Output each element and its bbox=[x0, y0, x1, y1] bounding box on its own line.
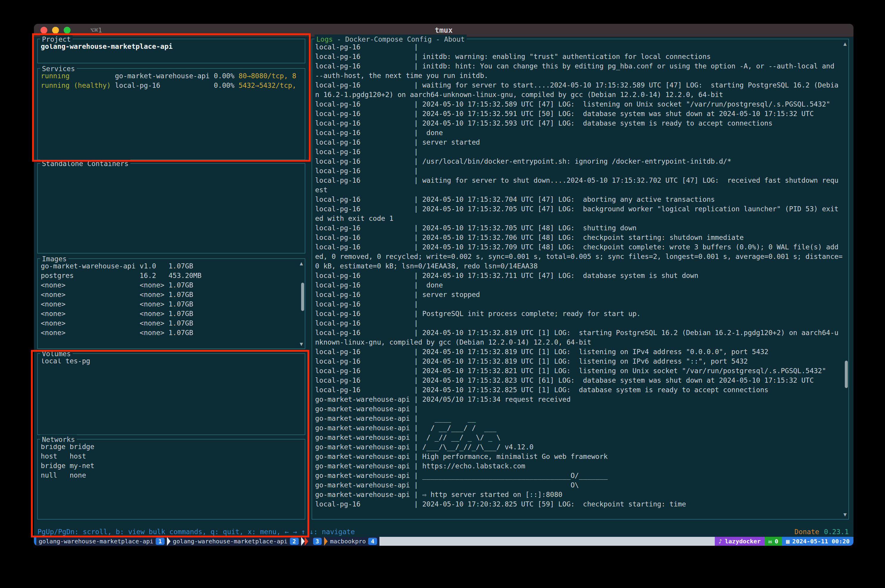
minimize-button[interactable] bbox=[52, 27, 59, 34]
service-cpu: 0.00% bbox=[214, 81, 238, 90]
fullscreen-button[interactable] bbox=[64, 27, 70, 34]
volume-row[interactable]: localtes-pg bbox=[41, 356, 305, 366]
tmux-window-4[interactable]: macbookpro 4 bbox=[328, 537, 380, 546]
image-row[interactable]: <none><none>1.07GB bbox=[41, 328, 305, 338]
image-name: <none> bbox=[41, 299, 140, 309]
tmux-window-index-badge: 1 bbox=[156, 538, 164, 545]
tmux-window-name: macbookpro bbox=[330, 538, 366, 545]
sidebar: Project golang-warehouse-marketplace-api… bbox=[37, 39, 305, 527]
powerline-separator-icon bbox=[324, 537, 328, 546]
network-row[interactable]: nullnone bbox=[41, 471, 305, 480]
project-panel[interactable]: Project golang-warehouse-marketplace-api bbox=[37, 39, 305, 63]
music-note-icon: ♪ bbox=[718, 538, 722, 545]
image-tag: <none> bbox=[140, 328, 168, 338]
image-row[interactable]: postgres16.2453.20MB bbox=[41, 271, 305, 280]
terminal-window: ⌥⌘1 tmux Project golang-warehouse-market… bbox=[34, 24, 854, 546]
image-name: <none> bbox=[41, 328, 140, 338]
image-size: 1.07GB bbox=[168, 329, 193, 336]
network-name: none bbox=[70, 471, 86, 479]
image-row[interactable]: <none><none>1.07GB bbox=[41, 280, 305, 290]
tmux-datetime-chip: ▦ 2024-05-11 00:20 bbox=[782, 537, 854, 546]
lazydocker-statusline: PgUp/PgDn: scroll, b: view bulk commands… bbox=[34, 527, 854, 537]
image-size: 1.07GB bbox=[168, 300, 193, 308]
close-button[interactable] bbox=[40, 27, 47, 34]
version-label: 0.23.1 bbox=[824, 528, 849, 536]
window-title: tmux bbox=[34, 26, 854, 34]
tmux-window-name: golang-warehouse-marketplace-api bbox=[173, 538, 288, 545]
traffic-lights bbox=[40, 27, 70, 34]
scroll-down-icon[interactable]: ▼ bbox=[843, 512, 847, 517]
tmux-datetime-label: 2024-05-11 00:20 bbox=[792, 538, 850, 545]
image-tag: <none> bbox=[140, 280, 168, 290]
service-ports: 5432→5432/tcp, bbox=[238, 81, 296, 89]
images-panel[interactable]: Images ▲ ▼ go-market-warehouse-apiv1.01.… bbox=[37, 258, 305, 349]
network-driver: host bbox=[41, 452, 70, 461]
image-tag: <none> bbox=[140, 318, 168, 328]
image-tag: v1.0 bbox=[140, 261, 168, 271]
tmux-mail-count-chip: ✉ 0 bbox=[765, 537, 782, 546]
image-row[interactable]: <none><none>1.07GB bbox=[41, 318, 305, 328]
volumes-panel[interactable]: Volumes localtes-pg bbox=[37, 353, 305, 435]
log-output[interactable]: local-pg-16 | local-pg-16 | initdb: warn… bbox=[315, 42, 843, 518]
tmux-window-2[interactable]: golang-warehouse-marketplace-api 2 bbox=[171, 537, 301, 546]
service-ports: 80→8080/tcp, 8 bbox=[238, 72, 296, 80]
powerline-separator-icon bbox=[301, 537, 305, 546]
image-row[interactable]: <none><none>1.07GB bbox=[41, 290, 305, 299]
image-size: 1.07GB bbox=[168, 281, 193, 289]
networks-panel-title: Networks bbox=[40, 435, 77, 444]
powerline-separator-icon bbox=[167, 537, 171, 546]
image-size: 1.07GB bbox=[168, 310, 193, 318]
powerline-separator-icon bbox=[305, 537, 308, 546]
scroll-down-icon[interactable]: ▼ bbox=[300, 341, 303, 346]
image-tag: 16.2 bbox=[140, 271, 168, 280]
image-row[interactable]: go-market-warehouse-apiv1.01.07GB bbox=[41, 261, 305, 271]
tmux-window-name: golang-warehouse-marketplace-api bbox=[39, 538, 153, 545]
tmux-window-index-badge: 4 bbox=[368, 538, 377, 545]
image-tag: <none> bbox=[140, 290, 168, 299]
scroll-up-icon[interactable]: ▲ bbox=[843, 41, 847, 46]
images-scrollbar-thumb[interactable] bbox=[301, 283, 304, 311]
tmux-window-index-badge: 3 bbox=[313, 538, 322, 545]
service-name: local-pg-16 bbox=[115, 81, 214, 90]
image-tag: <none> bbox=[140, 309, 168, 318]
services-panel[interactable]: Services runninggo-market-warehouse-api0… bbox=[37, 68, 305, 160]
image-name: <none> bbox=[41, 280, 140, 290]
network-row[interactable]: bridgemy-net bbox=[41, 461, 305, 471]
logs-scrollbar-thumb[interactable] bbox=[845, 361, 848, 388]
image-size: 453.20MB bbox=[168, 272, 201, 279]
keybindings-help: PgUp/PgDn: scroll, b: view bulk commands… bbox=[38, 528, 355, 536]
scroll-up-icon[interactable]: ▲ bbox=[300, 261, 303, 266]
tmux-left-cap bbox=[34, 537, 36, 546]
project-name[interactable]: golang-warehouse-marketplace-api bbox=[41, 42, 305, 51]
image-name: <none> bbox=[41, 318, 140, 328]
tmux-bar-filler bbox=[380, 537, 715, 546]
network-driver: null bbox=[41, 471, 70, 480]
service-cpu: 0.00% bbox=[214, 71, 238, 81]
tmux-mail-count: 0 bbox=[775, 538, 778, 545]
image-row[interactable]: <none><none>1.07GB bbox=[41, 309, 305, 318]
service-status: running (healthy) bbox=[41, 81, 115, 90]
network-row[interactable]: hosthost bbox=[41, 452, 305, 461]
calendar-icon: ▦ bbox=[786, 538, 789, 545]
tmux-window-1[interactable]: golang-warehouse-marketplace-api 1 bbox=[36, 537, 167, 546]
logs-panel[interactable]: Logs - Docker-Compose Config - About ▲ l… bbox=[312, 39, 849, 519]
image-name: postgres bbox=[41, 271, 140, 280]
tmux-window-3[interactable]: 3 bbox=[308, 537, 324, 546]
image-name: <none> bbox=[41, 309, 140, 318]
tmux-session-chip: ♪ lazydocker bbox=[715, 537, 765, 546]
volumes-panel-title: Volumes bbox=[40, 349, 73, 358]
image-size: 1.07GB bbox=[168, 319, 193, 327]
tmux-window-shortcut-label: ⌥⌘1 bbox=[90, 27, 102, 34]
service-row[interactable]: runninggo-market-warehouse-api0.00%80→80… bbox=[41, 71, 305, 81]
network-row[interactable]: bridgebridge bbox=[41, 442, 305, 452]
tmux-window-index-badge: 2 bbox=[290, 538, 298, 545]
standalone-containers-panel[interactable]: Standalone Containers bbox=[37, 163, 305, 254]
service-row[interactable]: running (healthy)local-pg-160.00%5432→54… bbox=[41, 81, 305, 90]
image-row[interactable]: <none><none>1.07GB bbox=[41, 299, 305, 309]
image-tag: <none> bbox=[140, 299, 168, 309]
networks-panel[interactable]: Networks bridgebridge hosthost bridgemy-… bbox=[37, 439, 305, 519]
lazydocker-ui: Project golang-warehouse-marketplace-api… bbox=[34, 37, 854, 527]
donate-link[interactable]: Donate bbox=[795, 528, 819, 536]
services-panel-title: Services bbox=[40, 64, 77, 74]
project-panel-title: Project bbox=[40, 34, 73, 44]
